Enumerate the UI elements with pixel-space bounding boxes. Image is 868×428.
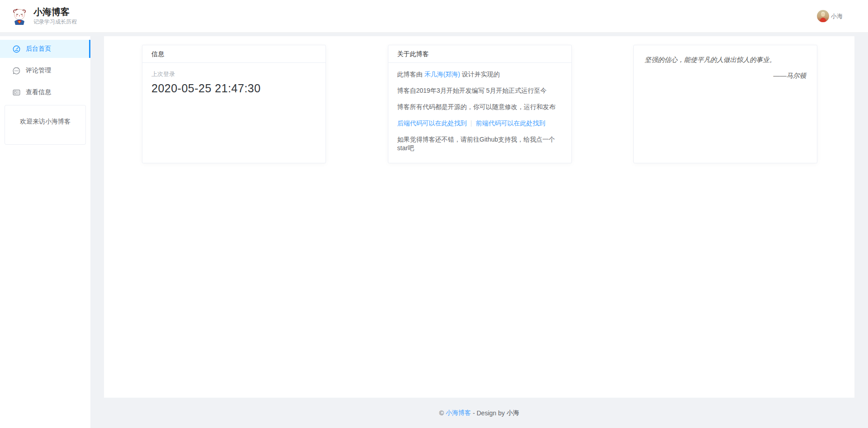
- sidebar-item-label: 评论管理: [26, 67, 51, 75]
- footer-designer: 小海: [506, 409, 519, 417]
- sidebar-item-dashboard[interactable]: 后台首页: [0, 40, 90, 58]
- id-card-icon: [13, 89, 20, 96]
- about-line1-suffix: 设计并实现的: [460, 71, 500, 78]
- info-card-title: 信息: [142, 45, 326, 63]
- footer-site-link[interactable]: 小海博客: [446, 409, 471, 417]
- author-link[interactable]: 禾几海(郑海): [424, 71, 460, 78]
- frontend-code-link[interactable]: 前端代码可以在此处找到: [476, 119, 545, 127]
- about-line-author: 此博客由 禾几海(郑海) 设计并实现的: [397, 70, 562, 79]
- footer: © 小海博客 - Design by 小海: [104, 398, 854, 428]
- user-menu[interactable]: 小海: [817, 10, 843, 22]
- about-card: 关于此博客 此博客由 禾几海(郑海) 设计并实现的 博客自2019年3月开始开发…: [388, 45, 572, 163]
- dashboard-icon: [13, 45, 20, 53]
- site-title: 小海博客: [33, 6, 77, 17]
- footer-design-text: - Design by: [471, 409, 507, 417]
- backend-code-link[interactable]: 后端代码可以在此处找到: [397, 119, 467, 127]
- sidebar-item-comments[interactable]: 评论管理: [0, 62, 90, 80]
- site-logo-icon: [11, 8, 28, 25]
- info-card: 信息 上次登录 2020-05-25 21:47:30: [142, 45, 326, 163]
- about-line1-prefix: 此博客由: [397, 71, 425, 78]
- sidebar-item-label: 后台首页: [26, 45, 51, 53]
- page: 小海博客 记录学习成长历程 小海: [0, 0, 868, 428]
- link-divider: |: [471, 119, 472, 127]
- last-login-time: 2020-05-25 21:47:30: [151, 82, 316, 95]
- footer-copyright: ©: [439, 409, 446, 417]
- about-line-opensource: 博客所有代码都是开源的，你可以随意修改，运行和发布: [397, 103, 562, 111]
- sidebar-item-label: 查看信息: [26, 88, 51, 96]
- user-name: 小海: [831, 12, 843, 20]
- sidebar-item-view-info[interactable]: 查看信息: [0, 83, 90, 101]
- brand[interactable]: 小海博客 记录学习成长历程: [11, 6, 77, 26]
- main-content: 信息 上次登录 2020-05-25 21:47:30 关于此博客 此博客由 禾…: [104, 36, 854, 398]
- quote-text: 坚强的信心，能使平凡的人做出惊人的事业。: [645, 55, 806, 64]
- welcome-box: 欢迎来访小海博客: [5, 105, 86, 145]
- sidebar: 后台首页 评论管理 查看信息: [0, 36, 90, 428]
- site-subtitle: 记录学习成长历程: [33, 18, 77, 26]
- welcome-text: 欢迎来访小海博客: [20, 118, 71, 125]
- top-header: 小海博客 记录学习成长历程 小海: [0, 0, 868, 33]
- about-card-title: 关于此博客: [388, 45, 571, 63]
- user-avatar: [817, 10, 829, 22]
- quote-author: ——马尔顿: [645, 71, 806, 80]
- comments-icon: [13, 67, 20, 75]
- about-line-history: 博客自2019年3月开始开发编写 5月开始正式运行至今: [397, 86, 562, 95]
- about-line-code-links: 后端代码可以在此处找到|前端代码可以在此处找到: [397, 119, 562, 128]
- last-login-label: 上次登录: [151, 70, 316, 78]
- about-line-star: 如果觉得博客还不错，请前往Github支持我，给我点一个star吧: [397, 135, 562, 152]
- quote-card: 坚强的信心，能使平凡的人做出惊人的事业。 ——马尔顿: [633, 45, 817, 163]
